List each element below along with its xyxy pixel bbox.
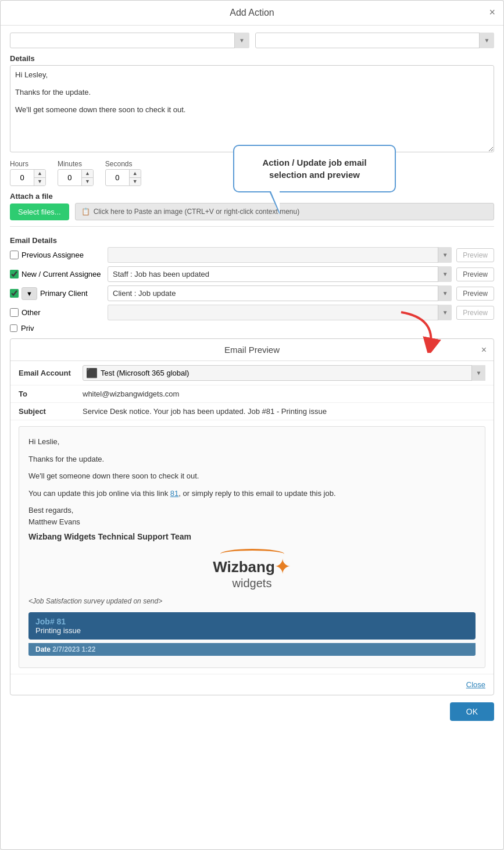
body-regards-text: Best regards, [28, 506, 73, 515]
paste-area[interactable]: 📋 Click here to Paste an image (CTRL+V o… [75, 203, 494, 220]
hours-label: Hours [10, 160, 46, 168]
new-assignee-checkbox[interactable] [10, 270, 19, 278]
hours-input-wrap: ▲ ▼ [10, 169, 46, 186]
seconds-field: Seconds ▲ ▼ [105, 160, 141, 186]
priv-label: Priv [21, 324, 34, 333]
new-assignee-dropdown-wrap: Staff : Job has been updated ▼ [108, 266, 452, 282]
red-arrow [395, 306, 442, 355]
body-regards: Best regards, Matthew Evans [28, 505, 476, 527]
logo-widgets: widgets [233, 577, 272, 590]
prev-assignee-checkbox-wrap: Previous Assignee [10, 251, 103, 259]
top-select-left-wrapper: ▼ [10, 33, 249, 48]
prev-assignee-dropdown-wrap: ▼ [108, 247, 452, 263]
preview-to-row: To whitel@wizbangwidgets.com [10, 385, 494, 403]
job-num-label: Job# [35, 617, 55, 626]
minutes-up[interactable]: ▲ [82, 170, 93, 178]
priv-checkbox[interactable] [10, 324, 17, 332]
email-row-new-assignee: New / Current Assignee Staff : Job has b… [10, 266, 494, 282]
new-assignee-preview-button[interactable]: Preview [456, 267, 494, 281]
modal-body: ▼ ▼ Details Hi Lesley, Thanks for the up… [1, 33, 503, 730]
top-selects-row: ▼ ▼ [10, 33, 494, 48]
preview-account-label: Email Account [19, 369, 77, 377]
paste-hint-text: Click here to Paste an image (CTRL+V or … [94, 208, 299, 216]
primary-client-dropdown[interactable]: Client : Job update [108, 285, 452, 301]
email-row-prev-assignee: Previous Assignee ▼ Preview [10, 247, 494, 263]
other-label: Other [22, 308, 41, 317]
modal-header: Add Action × [1, 1, 503, 26]
primary-client-checkbox[interactable] [10, 289, 19, 298]
microsoft-icon: ⬛ [86, 367, 98, 378]
preview-subject-value: Service Desk notice. Your job has been u… [83, 407, 485, 416]
callout-text: Action / Update job email selection and … [262, 158, 366, 180]
preview-panel-title: Email Preview [224, 345, 280, 355]
body-greeting: Hi Leslie, [28, 436, 476, 448]
ok-row: OK [10, 695, 494, 721]
select-files-button[interactable]: Select files... [10, 203, 69, 220]
modal-close-button[interactable]: × [489, 6, 495, 19]
new-assignee-checkbox-wrap: New / Current Assignee [10, 270, 103, 278]
prev-assignee-preview-button: Preview [456, 248, 494, 262]
modal-title: Add Action [230, 8, 274, 18]
preview-to-label: To [19, 390, 77, 398]
minutes-spinner: ▲ ▼ [81, 170, 93, 185]
new-assignee-label: New / Current Assignee [22, 270, 101, 278]
other-checkbox-wrap: Other [10, 308, 103, 317]
email-details-label: Email Details [10, 236, 494, 245]
primary-client-checkbox-wrap: ▼ Primary Client [10, 287, 103, 300]
clipboard-icon: 📋 [81, 208, 90, 216]
seconds-label: Seconds [105, 160, 141, 168]
new-assignee-dropdown[interactable]: Staff : Job has been updated [108, 266, 452, 282]
primary-client-expand-button[interactable]: ▼ [22, 287, 37, 300]
logo-area: Wizbang ✦ widgets [28, 549, 476, 590]
body-survey-note: <Job Satisfaction survey updated on send… [28, 596, 476, 606]
job-num-val: 81 [57, 617, 66, 626]
details-textarea[interactable]: Hi Lesley, Thanks for the update. We'll … [10, 65, 494, 152]
seconds-spinner: ▲ ▼ [129, 170, 141, 185]
body-link-suffix: , or simply reply to this email to updat… [178, 489, 335, 498]
minutes-field: Minutes ▲ ▼ [58, 160, 94, 186]
callout-overlay: Action / Update job email selection and … [233, 145, 396, 192]
preview-panel-close-button[interactable]: × [481, 345, 487, 355]
body-link-num[interactable]: 81 [170, 489, 178, 498]
ok-button[interactable]: OK [450, 702, 494, 721]
minutes-input-wrap: ▲ ▼ [58, 169, 94, 186]
attach-label: Attach a file [10, 192, 494, 201]
seconds-up[interactable]: ▲ [130, 170, 141, 178]
body-company-bold: Wizbang Widgets Technical Support Team [28, 531, 476, 543]
date-value: 2/7/2023 1:22 [52, 645, 95, 653]
seconds-input-wrap: ▲ ▼ [105, 169, 141, 186]
hours-down[interactable]: ▼ [34, 178, 45, 185]
top-select-right[interactable] [255, 33, 495, 48]
minutes-input[interactable] [58, 171, 81, 184]
hours-up[interactable]: ▲ [34, 170, 45, 178]
preview-account-select[interactable]: Test (Microsoft 365 global) [83, 365, 485, 381]
preview-close-bottom-button[interactable]: Close [466, 680, 485, 689]
preview-subject-label: Subject [19, 407, 77, 416]
preview-account-select-wrap: ⬛ Test (Microsoft 365 global) ▼ [83, 365, 485, 381]
primary-client-preview-button[interactable]: Preview [456, 287, 494, 301]
body-link-line: You can update this job online via this … [28, 488, 476, 499]
date-label: Date [35, 645, 51, 653]
hours-field: Hours ▲ ▼ [10, 160, 46, 186]
minutes-down[interactable]: ▼ [82, 178, 93, 185]
job-issue-text: Printing issue [35, 626, 469, 635]
hours-input[interactable] [10, 171, 34, 184]
preview-bottom-row: Close [10, 674, 494, 695]
preview-account-row: Email Account ⬛ Test (Microsoft 365 glob… [10, 361, 494, 385]
prev-assignee-dropdown [108, 247, 452, 263]
body-name: Matthew Evans [28, 517, 80, 526]
seconds-input[interactable] [106, 171, 129, 184]
top-select-left[interactable] [10, 33, 249, 48]
body-line1: Thanks for the update. [28, 453, 476, 465]
logo-text-wrap: Wizbang ✦ [213, 555, 291, 579]
minutes-label: Minutes [58, 160, 94, 168]
callout-box: Action / Update job email selection and … [233, 145, 396, 192]
email-row-primary-client: ▼ Primary Client Client : Job update ▼ P… [10, 285, 494, 301]
callout-tail-inner [270, 190, 280, 212]
prev-assignee-checkbox[interactable] [10, 251, 19, 259]
other-preview-button: Preview [456, 306, 494, 320]
body-link-text: You can update this job online via this … [28, 489, 170, 498]
email-body-preview: Hi Leslie, Thanks for the update. We'll … [19, 426, 485, 668]
seconds-down[interactable]: ▼ [130, 178, 141, 185]
other-checkbox[interactable] [10, 308, 19, 317]
